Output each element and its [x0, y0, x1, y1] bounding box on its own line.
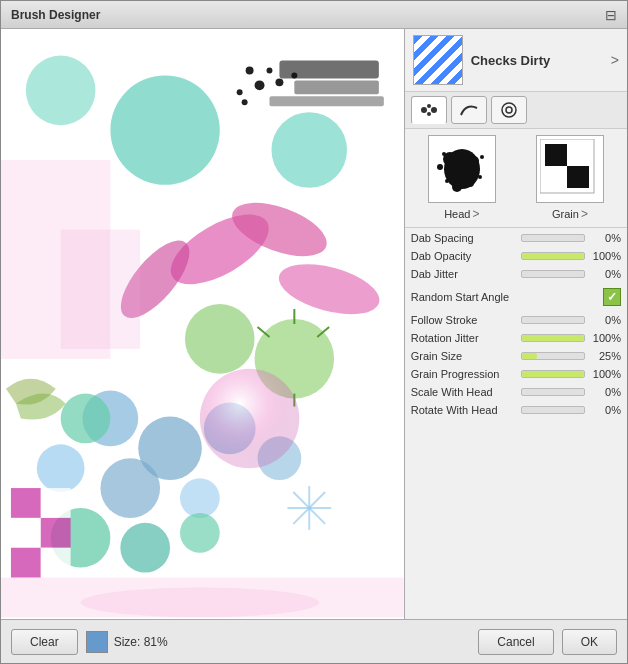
dab-opacity-value: 100%	[585, 250, 621, 262]
rotate-with-head-track-wrap	[521, 406, 585, 414]
scale-with-head-track[interactable]	[521, 388, 585, 396]
dab-jitter-track-wrap	[521, 270, 585, 278]
random-start-angle-checkbox[interactable]: ✓	[603, 288, 621, 306]
scale-with-head-track-wrap	[521, 388, 585, 396]
svg-rect-29	[11, 518, 41, 548]
grain-size-label: Grain Size	[411, 350, 521, 362]
ok-button[interactable]: OK	[562, 629, 617, 655]
svg-point-64	[478, 175, 482, 179]
brush-tabs	[405, 92, 627, 129]
svg-point-26	[200, 369, 299, 468]
follow-stroke-value: 0%	[585, 314, 621, 326]
clear-button[interactable]: Clear	[11, 629, 78, 655]
grain-size-track[interactable]	[521, 352, 585, 360]
svg-rect-41	[279, 60, 378, 78]
svg-point-2	[271, 112, 347, 188]
svg-rect-9	[61, 230, 141, 349]
tab-curve[interactable]	[451, 96, 487, 124]
svg-point-35	[255, 80, 265, 90]
rotate-with-head-label: Rotate With Head	[411, 404, 521, 416]
brush-name: Checks Dirty	[471, 53, 603, 68]
rotation-jitter-fill	[522, 335, 584, 341]
window-title: Brush Designer	[11, 8, 100, 22]
dab-opacity-track[interactable]	[521, 252, 585, 260]
svg-point-18	[37, 444, 85, 492]
svg-point-1	[110, 75, 219, 184]
grain-item[interactable]: Grain >	[519, 135, 621, 221]
follow-stroke-track[interactable]	[521, 316, 585, 324]
brush-arrow[interactable]: >	[611, 52, 619, 68]
svg-point-21	[180, 478, 220, 518]
svg-rect-69	[567, 166, 589, 188]
grain-progression-label: Grain Progression	[411, 368, 521, 380]
svg-rect-66	[545, 144, 567, 166]
random-start-angle-label: Random Start Angle	[411, 291, 509, 303]
tab-dots[interactable]	[411, 96, 447, 124]
svg-point-36	[237, 89, 243, 95]
brush-header: Checks Dirty >	[405, 29, 627, 92]
grain-progression-fill	[522, 371, 584, 377]
svg-point-45	[81, 588, 320, 618]
dab-spacing-track[interactable]	[521, 234, 585, 242]
svg-point-37	[266, 67, 272, 73]
canvas-area[interactable]	[1, 29, 405, 619]
dab-jitter-row: Dab Jitter 0%	[411, 268, 621, 280]
svg-point-61	[437, 164, 443, 170]
grain-progression-track[interactable]	[521, 370, 585, 378]
svg-point-53	[427, 112, 431, 116]
size-display: Size: 81%	[86, 631, 168, 653]
scale-with-head-row: Scale With Head 0%	[411, 386, 621, 398]
sliders-section: Dab Spacing 0% Dab Opacity	[405, 228, 627, 619]
title-bar: Brush Designer ⊟	[1, 1, 627, 29]
svg-point-59	[452, 182, 462, 192]
svg-point-55	[506, 107, 512, 113]
svg-rect-68	[545, 166, 567, 188]
main-content: Checks Dirty >	[1, 29, 627, 619]
svg-point-24	[120, 523, 170, 573]
dab-jitter-track[interactable]	[521, 270, 585, 278]
grain-size-track-wrap	[521, 352, 585, 360]
svg-point-50	[421, 107, 427, 113]
svg-point-62	[442, 152, 446, 156]
svg-point-60	[466, 179, 474, 187]
svg-rect-28	[41, 488, 71, 518]
svg-point-38	[275, 78, 283, 86]
brush-thumbnail[interactable]	[413, 35, 463, 85]
cancel-button[interactable]: Cancel	[478, 629, 553, 655]
rotation-jitter-label: Rotation Jitter	[411, 332, 521, 344]
grain-progression-row: Grain Progression 100%	[411, 368, 621, 380]
head-arrow-icon: >	[472, 207, 479, 221]
grain-size-value: 25%	[585, 350, 621, 362]
svg-rect-31	[11, 548, 41, 578]
svg-rect-43	[269, 96, 383, 106]
dab-spacing-value: 0%	[585, 232, 621, 244]
dab-spacing-row: Dab Spacing 0%	[411, 232, 621, 244]
head-item[interactable]: Head >	[411, 135, 513, 221]
size-swatch	[86, 631, 108, 653]
svg-point-25	[180, 513, 220, 553]
grain-size-row: Grain Size 25%	[411, 350, 621, 362]
svg-point-34	[246, 66, 254, 74]
rotation-jitter-value: 100%	[585, 332, 621, 344]
rotation-jitter-track[interactable]	[521, 334, 585, 342]
rotation-jitter-track-wrap	[521, 334, 585, 342]
follow-stroke-label: Follow Stroke	[411, 314, 521, 326]
svg-rect-30	[41, 518, 71, 548]
svg-point-58	[469, 156, 479, 166]
follow-stroke-row: Follow Stroke 0%	[411, 314, 621, 326]
head-label: Head	[444, 208, 470, 220]
svg-point-33	[61, 394, 111, 444]
grain-label: Grain	[552, 208, 579, 220]
dab-spacing-label: Dab Spacing	[411, 232, 521, 244]
scale-with-head-label: Scale With Head	[411, 386, 521, 398]
random-start-angle-row: Random Start Angle ✓	[411, 286, 621, 308]
dab-opacity-label: Dab Opacity	[411, 250, 521, 262]
tab-settings[interactable]	[491, 96, 527, 124]
rotate-with-head-track[interactable]	[521, 406, 585, 414]
dab-opacity-row: Dab Opacity 100%	[411, 250, 621, 262]
svg-point-20	[100, 458, 160, 518]
head-thumbnail	[428, 135, 496, 203]
svg-point-3	[26, 56, 96, 126]
svg-point-65	[445, 179, 449, 183]
svg-rect-27	[11, 488, 41, 518]
